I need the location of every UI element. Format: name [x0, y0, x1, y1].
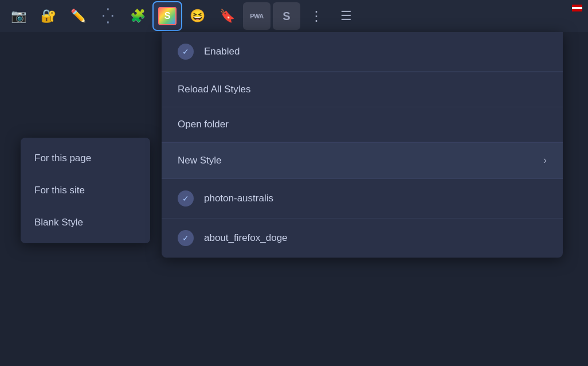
pwa-icon[interactable]: PWA: [243, 2, 271, 30]
open-folder-item[interactable]: Open folder: [162, 107, 563, 142]
s-letter-icon[interactable]: S: [273, 2, 300, 30]
new-style-submenu: For this page For this site Blank Style: [21, 138, 150, 243]
cursor-icon[interactable]: ⁛: [94, 2, 121, 30]
stylus-icon[interactable]: S: [154, 2, 181, 30]
for-this-page-item[interactable]: For this page: [21, 142, 150, 174]
camera-icon[interactable]: 📷: [5, 2, 32, 30]
emoji-icon[interactable]: 😆: [183, 2, 211, 30]
reload-styles-item[interactable]: Reload All Styles: [162, 72, 563, 107]
open-folder-label: Open folder: [178, 119, 547, 130]
reload-styles-label: Reload All Styles: [178, 84, 547, 95]
for-this-page-label: For this page: [34, 153, 91, 163]
for-this-site-item[interactable]: For this site: [21, 174, 150, 207]
more-icon[interactable]: ⋮: [303, 2, 330, 30]
menu-icon[interactable]: ☰: [332, 2, 360, 30]
about-firefox-doge-item[interactable]: ✓ about_firefox_doge: [162, 219, 563, 258]
enabled-label: Enabled: [204, 46, 547, 57]
bookmark-icon[interactable]: 🔖: [213, 2, 241, 30]
main-dropdown: ✓ Enabled Reload All Styles Open folder …: [162, 32, 563, 258]
photon-australis-label: photon-australis: [204, 193, 547, 204]
for-this-site-label: For this site: [34, 185, 85, 196]
about-firefox-doge-label: about_firefox_doge: [204, 232, 547, 244]
new-style-label: New Style: [178, 155, 533, 166]
new-style-chevron-icon: ›: [543, 154, 547, 166]
puzzle-icon[interactable]: 🧩: [124, 2, 151, 30]
flag-indicator: [572, 5, 582, 11]
photon-australis-item[interactable]: ✓ photon-australis: [162, 179, 563, 219]
toolbar: 📷 🔐 ✏️ ⁛ 🧩 S 😆 🔖 PWA S ⋮ ☰: [0, 0, 588, 32]
lock-icon[interactable]: 🔐: [34, 2, 62, 30]
blank-style-item[interactable]: Blank Style: [21, 207, 150, 239]
enabled-check-icon: ✓: [178, 44, 194, 60]
pen-icon[interactable]: ✏️: [64, 2, 92, 30]
blank-style-label: Blank Style: [34, 217, 83, 228]
main-area: ✓ Enabled Reload All Styles Open folder …: [0, 32, 588, 366]
photon-check-icon: ✓: [178, 190, 194, 207]
new-style-item[interactable]: New Style ›: [162, 143, 563, 178]
enabled-item[interactable]: ✓ Enabled: [162, 32, 563, 72]
firefox-doge-check-icon: ✓: [178, 230, 194, 246]
